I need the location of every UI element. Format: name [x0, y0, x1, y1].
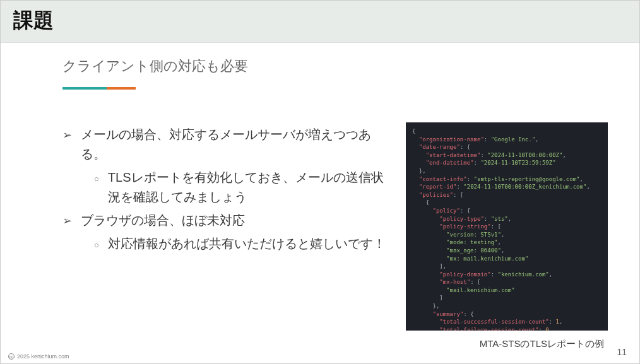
title-bar: 課題: [1, 1, 639, 43]
list-item: ➢ ブラウザの場合、ほぼ未対応: [62, 211, 388, 230]
accent-orange: [107, 87, 136, 90]
slide-title: 課題: [13, 7, 627, 35]
footer-copyright: cc 2025 kenichium.com: [8, 353, 69, 360]
content-area: クライアント側の対応も必要 ➢ メールの場合、対応するメールサーバが増えつつある…: [1, 43, 639, 350]
circle-bullet-icon: ○: [94, 234, 99, 254]
page-number: 11: [617, 347, 627, 357]
bullet-text: 対応情報があれば共有いただけると嬉しいです！: [108, 234, 386, 254]
list-item: ○ TLSレポートを有効化しておき、メールの送信状況を確認してみましょう: [62, 168, 388, 207]
circle-bullet-icon: ○: [94, 168, 99, 207]
bullet-text: TLSレポートを有効化しておき、メールの送信状況を確認してみましょう: [108, 168, 388, 207]
accent-bar: [62, 87, 136, 90]
arrow-bullet-icon: ➢: [62, 125, 72, 164]
code-caption: MTA-STSのTLSレポートの例: [406, 338, 608, 350]
footer-text: 2025 kenichium.com: [17, 353, 69, 360]
accent-teal: [62, 87, 107, 90]
list-item: ➢ メールの場合、対応するメールサーバが増えつつある。: [62, 125, 388, 164]
bullet-text: ブラウザの場合、ほぼ未対応: [81, 211, 245, 230]
cc-icon: cc: [8, 353, 15, 360]
code-sample-column: { "organization-name": "Google Inc.", "d…: [406, 122, 608, 350]
arrow-bullet-icon: ➢: [62, 211, 72, 230]
bullet-text: メールの場合、対応するメールサーバが増えつつある。: [81, 125, 388, 164]
bullet-list-column: ➢ メールの場合、対応するメールサーバが増えつつある。 ○ TLSレポートを有効…: [62, 122, 388, 350]
list-item: ○ 対応情報があれば共有いただけると嬉しいです！: [62, 234, 388, 254]
json-report-sample: { "organization-name": "Google Inc.", "d…: [406, 122, 608, 331]
subtitle: クライアント側の対応も必要: [62, 57, 608, 76]
